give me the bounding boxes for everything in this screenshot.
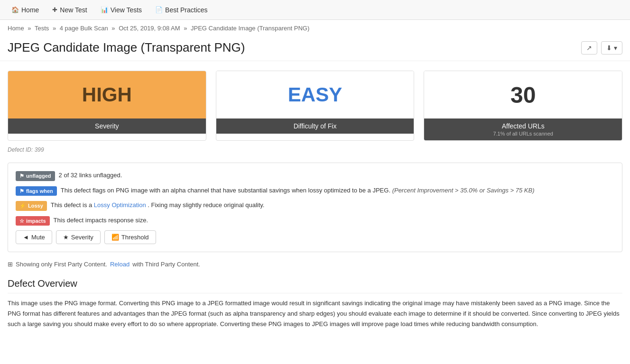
unflagged-row: ⚑ unflagged 2 of 32 links unflagged. [16,171,614,181]
nav-best-practices-label: Best Practices [165,6,207,14]
download-button[interactable]: ⬇ ▾ [601,41,622,55]
impacts-text: This defect impacts response size. [54,216,148,225]
download-icon: ⬇ ▾ [606,44,617,52]
nav-bar: 🏠 Home ✚ New Test 📊 View Tests 📄 Best Pr… [0,0,630,20]
nav-view-tests[interactable]: 📊 View Tests [95,3,148,17]
severity-value: HIGH [8,71,206,118]
star2-icon: ★ [63,234,69,241]
flags-text: This defect flags on PNG image with an a… [61,186,535,195]
nav-view-tests-label: View Tests [111,6,142,14]
page-header: JPEG Candidate Image (Transparent PNG) ↗… [0,36,630,61]
affected-sub: 7.1% of all URLs scanned [430,131,616,136]
severity-card: HIGH Severity [8,71,206,141]
defect-overview: Defect Overview This image uses the PNG … [0,273,630,329]
affected-card: 30 Affected URLs 7.1% of all URLs scanne… [424,71,622,141]
third-party-bar: ⊞ Showing only First Party Content. Relo… [0,256,630,273]
flag-icon: ⚑ [19,172,24,180]
difficulty-label: Difficulty of Fix [216,118,414,134]
flags-badge: ⚑ flags when [16,186,57,196]
flags-row: ⚑ flags when This defect flags on PNG im… [16,186,614,196]
plus-icon: ✚ [52,6,57,13]
unflagged-badge: ⚑ unflagged [16,171,55,181]
header-actions: ↗ ⬇ ▾ [581,41,622,55]
nav-new-test[interactable]: ✚ New Test [46,3,93,17]
lossy-text: This defect is a Lossy Optimization . Fi… [51,200,265,210]
lossy-badge: ⚡ Lossy [16,201,47,211]
breadcrumb-scan[interactable]: 4 page Bulk Scan [60,25,108,32]
severity-button[interactable]: ★ Severity [56,230,101,244]
breadcrumb-date[interactable]: Oct 25, 2019, 9:08 AM [119,25,180,32]
impacts-badge: ☆ impacts [16,216,50,226]
star-icon: ☆ [19,217,24,225]
breadcrumb: Home » Tests » 4 page Bulk Scan » Oct 25… [0,20,630,36]
lossy-link[interactable]: Lossy Optimization [94,201,146,209]
lossy-icon: ⚡ [19,202,26,210]
share-button[interactable]: ↗ [581,41,597,55]
mute-button[interactable]: ◄ Mute [16,230,52,244]
third-party-text-after: with Third Party Content. [132,261,200,268]
page-title: JPEG Candidate Image (Transparent PNG) [8,40,245,55]
impacts-row: ☆ impacts This defect impacts response s… [16,216,614,226]
difficulty-card: EASY Difficulty of Fix [216,71,415,141]
defect-id: Defect ID: 399 [0,145,630,159]
info-box: ⚑ unflagged 2 of 32 links unflagged. ⚑ f… [8,163,622,252]
action-buttons: ◄ Mute ★ Severity 📶 Threshold [16,230,614,244]
breadcrumb-home[interactable]: Home [8,25,24,32]
breadcrumb-current: JPEG Candidate Image (Transparent PNG) [191,25,309,32]
grid-icon: ⊞ [8,261,13,268]
breadcrumb-tests[interactable]: Tests [35,25,49,32]
third-party-text-before: Showing only First Party Content. [16,261,107,268]
nav-home-label: Home [21,6,39,14]
lossy-row: ⚡ Lossy This defect is a Lossy Optimizat… [16,200,614,211]
nav-home[interactable]: 🏠 Home [6,3,45,17]
home-icon: 🏠 [11,6,19,13]
threshold-button[interactable]: 📶 Threshold [104,230,156,244]
unflagged-text: 2 of 32 links unflagged. [59,171,122,180]
flag2-icon: ⚑ [19,187,24,195]
reload-link[interactable]: Reload [110,261,130,268]
affected-label: Affected URLs 7.1% of all URLs scanned [424,118,622,140]
severity-label: Severity [8,118,206,134]
share-icon: ↗ [586,44,592,52]
affected-value: 30 [424,71,622,118]
chart-icon: 📊 [101,6,108,13]
nav-best-practices[interactable]: 📄 Best Practices [149,3,213,17]
mute-icon: ◄ [23,234,29,241]
overview-body: This image uses the PNG image format. Co… [8,298,622,329]
cards-row: HIGH Severity EASY Difficulty of Fix 30 … [0,61,630,145]
overview-heading: Defect Overview [8,278,622,293]
nav-new-test-label: New Test [60,6,87,14]
difficulty-value: EASY [216,71,414,118]
bar-icon: 📶 [111,234,119,241]
doc-icon: 📄 [155,6,163,13]
